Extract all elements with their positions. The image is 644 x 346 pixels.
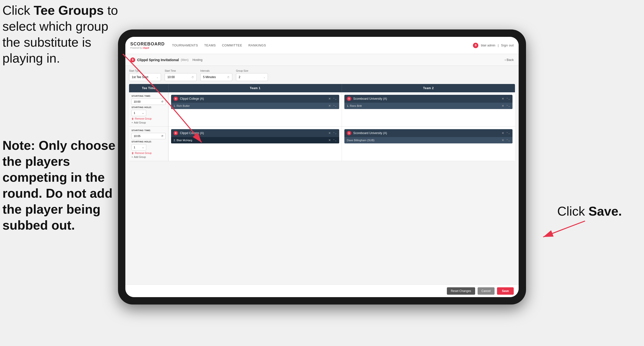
sub-nav-left: B Clippd Spring Invitational (Men) Hosti… [130, 57, 505, 62]
player-actions-2-2: ✕ ⌃⌄ [502, 138, 510, 142]
team2-actions-2: ✕ ⌃⌄ [502, 131, 510, 135]
team2-card-2[interactable]: S Scoreboard University (A) ✕ ⌃⌄ Dave Bi… [344, 129, 512, 143]
nav-right: B blair admin | Sign out [473, 42, 514, 48]
cancel-button[interactable]: Cancel [478, 287, 494, 295]
player-row-1-1: 1. Rich Butler ✕ ⌃⌄ [171, 103, 339, 109]
team2-card-header-2: S Scoreboard University (A) ✕ ⌃⌄ [344, 129, 512, 137]
user-name: blair admin [481, 44, 495, 47]
team2-remove-x-1[interactable]: ✕ [502, 97, 504, 100]
hole-sub-group-1: 1 ⌄ [132, 110, 166, 116]
starting-time-label-1: STARTING TIME: [132, 95, 166, 97]
nav-tournaments[interactable]: TOURNAMENTS [172, 42, 198, 48]
team1-remove-x-1[interactable]: ✕ [328, 97, 331, 100]
tee-table-header: Tee Time Team 1 Team 2 [129, 84, 515, 92]
player-name-2-2: Dave Billingham (SUB) [347, 139, 374, 142]
content-area: Start Type 1st Tee Start ⌄ Start Time 10… [125, 66, 519, 284]
player-actions-2-1: ✕ ⌃⌄ [502, 104, 510, 108]
team1-name-2: Clippd College (A) [180, 131, 326, 135]
player-name-1-1: 1. Rich Butler [174, 104, 190, 107]
player-remove-x-1-2[interactable]: ✕ [328, 138, 331, 142]
trash-icon-2: 🗑 [132, 152, 134, 154]
plus-icon-1: + [132, 121, 133, 124]
instruction-text: Click Tee Groups to select which group t… [2, 2, 118, 66]
clock-icon-3: ⏱ [161, 100, 164, 103]
nav-items: TOURNAMENTS TEAMS COMMITTEE RANKINGS [172, 42, 473, 48]
start-type-input[interactable]: 1st Tee Start ⌄ [129, 73, 161, 81]
footer-bar: Reset Changes Cancel Save [125, 284, 519, 297]
logo-area: SCOREBOARD Powered by clippd [130, 41, 165, 49]
tee-group-row-1: STARTING TIME: 10:00 ⏱ STARTING HOLE: 1 … [129, 92, 515, 127]
team2-card-1[interactable]: S Scoreboard University (A) ✕ ⌃⌄ 1. Rees… [344, 95, 512, 109]
click-save-text: Click Save. [557, 204, 622, 219]
player-remove-x-1-1[interactable]: ✕ [328, 104, 331, 108]
player-arrows-2-1[interactable]: ⌃⌄ [506, 105, 510, 107]
player-arrows-2-2[interactable]: ⌃⌄ [506, 139, 510, 142]
team2-remove-x-2[interactable]: ✕ [502, 131, 504, 135]
player-row-1-2: 2. Blair McHarg ✕ ⌃⌄ [171, 137, 339, 143]
player-row-2-1: 1. Rees Britt ✕ ⌃⌄ [344, 103, 512, 109]
tee-group-left-2: STARTING TIME: 10:05 ⏱ STARTING HOLE: 1 … [129, 127, 168, 161]
nav-separator: | [498, 44, 498, 47]
player-arrows-1-1[interactable]: ⌃⌄ [333, 105, 337, 107]
reset-changes-button[interactable]: Reset Changes [447, 287, 475, 295]
save-button[interactable]: Save [497, 287, 514, 295]
team2-arrows-2[interactable]: ⌃⌄ [506, 132, 510, 135]
group-size-input[interactable]: 2 ⌄ [236, 73, 268, 81]
starting-hole-label-1: STARTING HOLE: [132, 106, 166, 108]
team1-card-1[interactable]: B Clippd College (A) ✕ ⌃⌄ 1. Rich Butler [171, 95, 339, 109]
chevron-down-icon: ⌄ [156, 76, 158, 79]
clock-icon: ⏱ [192, 76, 194, 79]
chevron-down-icon-2: ⌄ [263, 76, 265, 79]
player-arrows-1-2[interactable]: ⌃⌄ [333, 139, 337, 142]
team2-cell-1: S Scoreboard University (A) ✕ ⌃⌄ 1. Rees… [342, 92, 515, 126]
sign-out-link[interactable]: Sign out [501, 42, 514, 48]
intervals-input[interactable]: 5 Minutes ⏱ [200, 73, 232, 81]
plus-icon-2: + [132, 156, 133, 158]
team1-remove-x-2[interactable]: ✕ [328, 131, 331, 135]
team1-cell-1: B Clippd College (A) ✕ ⌃⌄ 1. Rich Butler [168, 92, 342, 126]
intervals-group: Intervals 5 Minutes ⏱ [200, 69, 232, 81]
tee-time-header: Tee Time [129, 84, 168, 92]
team1-arrows-1[interactable]: ⌃⌄ [333, 97, 337, 100]
nav-teams[interactable]: TEAMS [204, 42, 216, 48]
team2-header: Team 2 [342, 84, 515, 92]
player-remove-x-2-2[interactable]: ✕ [502, 138, 504, 142]
starting-time-input-1[interactable]: 10:00 ⏱ [132, 98, 166, 105]
settings-row: Start Type 1st Tee Start ⌄ Start Time 10… [129, 69, 515, 81]
save-bold: Save. [588, 204, 622, 218]
hole-sub-group-2: 1 ⌄ [132, 144, 166, 151]
remove-group-button-1[interactable]: 🗑 Remove Group [132, 117, 166, 120]
trash-icon-1: 🗑 [132, 117, 134, 120]
team1-arrows-2[interactable]: ⌃⌄ [333, 132, 337, 135]
team2-name-1: Scoreboard University (A) [353, 97, 500, 100]
sub-nav: B Clippd Spring Invitational (Men) Hosti… [125, 54, 519, 66]
clock-icon-2: ⏱ [227, 76, 230, 79]
chevron-icon-hole-1: ⌄ [142, 112, 144, 114]
starting-time-input-2[interactable]: 10:05 ⏱ [132, 133, 166, 139]
team1-header: Team 1 [168, 84, 342, 92]
note-bold: Note: Only choosethe playerscompeting in… [2, 138, 115, 232]
starting-hole-input-2[interactable]: 1 ⌄ [132, 144, 146, 151]
add-group-button-2[interactable]: + Add Group [132, 156, 166, 158]
tee-group-left-1: STARTING TIME: 10:00 ⏱ STARTING HOLE: 1 … [129, 92, 168, 126]
starting-hole-input-1[interactable]: 1 ⌄ [132, 110, 146, 116]
remove-group-button-2[interactable]: 🗑 Remove Group [132, 152, 166, 154]
add-group-button-1[interactable]: + Add Group [132, 121, 166, 124]
logo-scoreboard: SCOREBOARD [130, 41, 165, 47]
team2-arrows-1[interactable]: ⌃⌄ [506, 97, 510, 100]
player-name-2-1: 1. Rees Britt [347, 104, 362, 107]
player-actions-1-1: ✕ ⌃⌄ [328, 104, 337, 108]
nav-rankings[interactable]: RANKINGS [248, 42, 266, 48]
team2-cell-2: S Scoreboard University (A) ✕ ⌃⌄ Dave Bi… [342, 127, 515, 161]
player-remove-x-2-1[interactable]: ✕ [502, 104, 504, 108]
player-name-1-2: 2. Blair McHarg [174, 139, 192, 142]
tee-table: Tee Time Team 1 Team 2 STARTING TIME: 10… [129, 84, 515, 161]
chevron-icon-hole-2: ⌄ [142, 146, 144, 149]
team1-card-2[interactable]: B Clippd College (A) ✕ ⌃⌄ 2. Blair McHar… [171, 129, 339, 143]
nav-committee[interactable]: COMMITTEE [222, 42, 242, 48]
back-button[interactable]: ‹ Back [505, 58, 514, 62]
tablet-frame: SCOREBOARD Powered by clippd TOURNAMENTS… [118, 29, 526, 305]
team1-icon-2: B [174, 131, 178, 135]
start-time-input[interactable]: 10:00 ⏱ [165, 73, 197, 81]
team1-card-header-2: B Clippd College (A) ✕ ⌃⌄ [171, 129, 339, 137]
